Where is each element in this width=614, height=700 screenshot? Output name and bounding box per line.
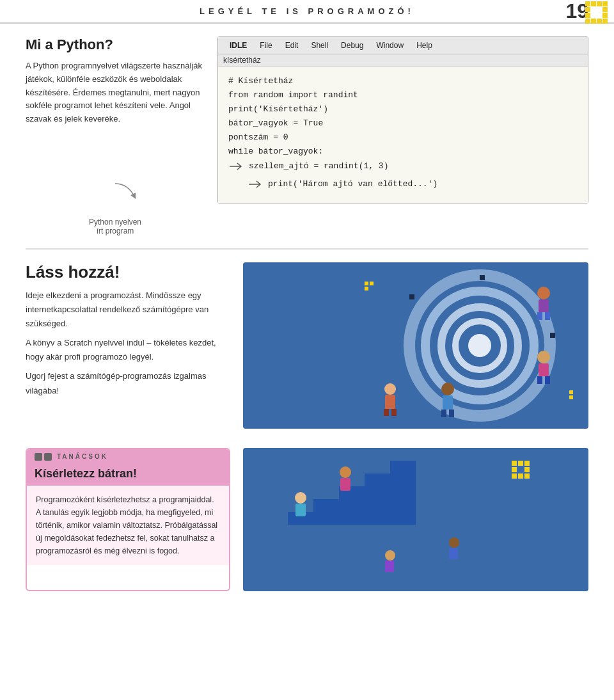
idle-window: IDLE File Edit Shell Debug Window Help k…: [217, 36, 588, 203]
svg-rect-48: [524, 467, 530, 472]
svg-point-21: [384, 383, 396, 395]
idle-menubar: IDLE File Edit Shell Debug Window Help: [218, 37, 588, 54]
svg-rect-26: [370, 282, 374, 285]
svg-rect-51: [524, 473, 530, 479]
svg-rect-45: [518, 461, 523, 466]
bottom-section: TANÁCSOK Kísérletezz bátran! Programozók…: [0, 441, 614, 604]
svg-rect-47: [512, 467, 517, 472]
svg-point-40: [385, 550, 395, 561]
tips-box: TANÁCSOK Kísérletezz bátran! Programozók…: [26, 448, 230, 591]
svg-rect-15: [537, 376, 542, 384]
svg-rect-49: [512, 473, 517, 479]
svg-rect-18: [443, 395, 453, 410]
middle-para-1: Ideje elkezdeni a programozást. Mindössz…: [26, 289, 230, 331]
svg-rect-7: [550, 333, 555, 338]
top-section: Mi a Python? A Python programnyelvet vil…: [0, 24, 614, 248]
svg-rect-6: [409, 294, 414, 299]
arrow-svg: [77, 177, 154, 216]
middle-para-2: A könyv a Scratch nyelvvel indul – tökél…: [26, 336, 230, 364]
svg-point-9: [537, 287, 550, 299]
left-heading: Mi a Python?: [26, 36, 205, 53]
left-column: Mi a Python? A Python programnyelvet vil…: [26, 36, 205, 235]
svg-rect-50: [518, 473, 523, 479]
idle-menu-idle[interactable]: IDLE: [223, 40, 253, 51]
idle-menu-help[interactable]: Help: [410, 40, 439, 51]
tips-dot-2: [44, 453, 52, 461]
idle-menu-edit[interactable]: Edit: [279, 40, 305, 51]
svg-rect-22: [385, 395, 395, 409]
middle-section: Láss hozzá! Ideje elkezdeni a programozá…: [0, 250, 614, 441]
code-arrow-icon: [228, 161, 248, 172]
tips-icon: [35, 453, 52, 461]
svg-rect-14: [539, 363, 549, 376]
svg-rect-19: [441, 410, 446, 417]
svg-rect-35: [390, 461, 416, 525]
svg-rect-27: [365, 287, 368, 290]
svg-rect-12: [545, 312, 550, 320]
svg-point-13: [537, 351, 550, 363]
svg-rect-37: [295, 504, 306, 516]
python-label-text: Python nyelven írt program: [26, 218, 205, 235]
svg-rect-43: [449, 548, 458, 559]
main-illustration-svg: [243, 262, 588, 429]
idle-titlebar: kísértetház: [218, 54, 588, 67]
middle-para-3: Ugorj fejest a számítógép-programozás iz…: [26, 369, 230, 397]
svg-rect-11: [537, 312, 542, 320]
left-paragraph: A Python programnyelvet világszerte hasz…: [26, 60, 205, 126]
pixel-decoration: [585, 1, 608, 24]
page-header: LEGYÉL TE IS PROGRAMOZÓ! 19: [0, 0, 614, 24]
svg-rect-39: [340, 478, 350, 491]
svg-point-42: [449, 537, 459, 548]
bottom-right-illustration: [243, 448, 588, 591]
svg-rect-32: [313, 499, 339, 525]
idle-menu-file[interactable]: File: [253, 40, 278, 51]
python-label: Python nyelven írt program: [26, 177, 205, 235]
svg-rect-33: [339, 486, 365, 525]
svg-point-5: [468, 334, 491, 357]
idle-menu-shell[interactable]: Shell: [304, 40, 335, 51]
svg-rect-8: [480, 275, 485, 280]
svg-rect-44: [512, 461, 517, 466]
svg-rect-20: [449, 410, 454, 417]
idle-code: # Kísértetház from random import randint…: [218, 67, 588, 203]
middle-left-column: Láss hozzá! Ideje elkezdeni a programozá…: [26, 262, 230, 403]
svg-rect-10: [539, 299, 549, 312]
svg-rect-34: [365, 473, 390, 525]
svg-rect-23: [384, 409, 389, 416]
svg-rect-16: [545, 376, 550, 384]
code-arrow-icon-2: [248, 179, 267, 190]
tips-label: TANÁCSOK: [57, 453, 108, 460]
page-title: LEGYÉL TE IS PROGRAMOZÓ!: [200, 6, 414, 16]
bottom-illustration-svg: [243, 448, 588, 589]
middle-heading: Láss hozzá!: [26, 262, 230, 282]
svg-rect-46: [524, 461, 530, 466]
tips-dot-1: [35, 453, 42, 461]
svg-point-36: [295, 492, 306, 504]
idle-window-container: IDLE File Edit Shell Debug Window Help k…: [217, 36, 588, 235]
svg-point-17: [441, 383, 454, 395]
svg-rect-41: [385, 561, 394, 572]
middle-illustration: [243, 262, 588, 429]
tips-header: TANÁCSOK: [27, 449, 229, 465]
svg-rect-25: [365, 282, 368, 285]
idle-menu-window[interactable]: Window: [370, 40, 410, 51]
svg-rect-28: [569, 390, 573, 394]
tips-title: Kísérletezz bátran!: [27, 465, 229, 486]
svg-point-38: [340, 466, 351, 478]
tips-body: Programozóként kísérletezhetsz a program…: [27, 486, 229, 565]
svg-rect-29: [569, 395, 573, 399]
svg-rect-24: [391, 409, 397, 416]
idle-menu-debug[interactable]: Debug: [335, 40, 370, 51]
